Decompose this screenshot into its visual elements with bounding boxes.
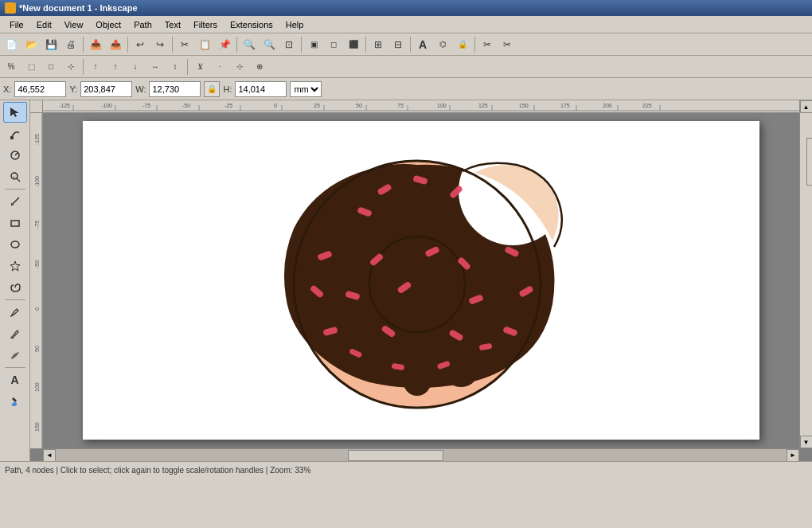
menu-filters[interactable]: Filters: [187, 18, 224, 31]
pencil-tool-btn[interactable]: [3, 302, 27, 323]
toolbar-sep-2: [127, 37, 128, 53]
drawing-canvas[interactable]: [83, 121, 759, 440]
menu-view[interactable]: View: [58, 18, 90, 31]
toolbar-sep-3: [172, 37, 173, 53]
align-left[interactable]: ↑: [86, 57, 105, 76]
bottom-scrollbar: ◄ ►: [43, 448, 799, 461]
snap-grid[interactable]: ⊹: [61, 57, 80, 76]
node-tool-btn[interactable]: [3, 123, 27, 144]
h-input[interactable]: [235, 81, 287, 97]
menu-help[interactable]: Help: [279, 18, 310, 31]
horizontal-scrollbar-thumb[interactable]: [348, 450, 443, 461]
dist-h[interactable]: ↔: [146, 57, 165, 76]
ellipse-tool-btn[interactable]: [3, 234, 27, 255]
toolbar-sep-7: [410, 37, 411, 53]
lock-tb[interactable]: 🔒: [453, 35, 472, 54]
toolbar-sep-1: [83, 37, 84, 53]
svg-text:100: 100: [437, 103, 447, 108]
snap-bbox[interactable]: □: [41, 57, 61, 76]
menu-extensions[interactable]: Extensions: [224, 18, 279, 31]
measure-tool-btn[interactable]: [3, 191, 27, 212]
svg-text:-100: -100: [34, 176, 40, 187]
snap-c[interactable]: ⊹: [230, 57, 249, 76]
y-label: Y:: [69, 84, 77, 94]
x-input[interactable]: [14, 81, 66, 97]
menu-object[interactable]: Object: [89, 18, 127, 31]
scroll-left-button[interactable]: ◄: [43, 449, 56, 462]
menu-file[interactable]: File: [3, 18, 30, 31]
right-scrollbar: ▲ ▼: [799, 100, 812, 448]
scroll-down-button[interactable]: ▼: [800, 436, 813, 448]
vertical-scrollbar-thumb[interactable]: [806, 138, 813, 186]
left-toolbar: + A: [0, 100, 30, 461]
snap-toggle[interactable]: %: [2, 57, 21, 76]
zoom-fit-button[interactable]: ⊡: [279, 35, 299, 54]
zoom-in-button[interactable]: 🔍: [240, 35, 259, 54]
paste-button[interactable]: 📌: [215, 35, 234, 54]
select-tool-btn[interactable]: [3, 102, 27, 123]
paint-bucket-btn[interactable]: [3, 391, 27, 412]
status-text: Path, 4 nodes | Click to select; click a…: [5, 466, 310, 475]
svg-text:125: 125: [478, 103, 488, 108]
open-button[interactable]: 📂: [21, 35, 41, 54]
menu-edit[interactable]: Edit: [30, 18, 58, 31]
svg-text:150: 150: [519, 103, 529, 108]
left-sep-1: [5, 189, 25, 190]
print-button[interactable]: 🖨: [61, 35, 80, 54]
svg-rect-8: [11, 221, 19, 226]
export-button[interactable]: 📤: [106, 35, 125, 54]
undo-button[interactable]: ↩: [131, 35, 150, 54]
snap-d[interactable]: ⊕: [250, 57, 269, 76]
svg-text:+: +: [13, 174, 16, 179]
svg-text:25: 25: [314, 103, 320, 108]
calligraphy-tool-btn[interactable]: [3, 345, 27, 366]
lock-aspect-button[interactable]: 🔒: [204, 81, 220, 97]
text-tool-tb[interactable]: A: [413, 35, 432, 54]
spiral-tool-btn[interactable]: [3, 277, 27, 298]
fill-button[interactable]: ▣: [304, 35, 323, 54]
unit-select[interactable]: mm px in pt: [290, 81, 322, 97]
cut-button[interactable]: ✂: [175, 35, 194, 54]
align-center[interactable]: ↑: [106, 57, 125, 76]
snap-a[interactable]: ⊻: [190, 57, 209, 76]
snap-nodes[interactable]: ⬚: [21, 57, 41, 76]
redo-button[interactable]: ↪: [150, 35, 170, 54]
svg-text:-75: -75: [142, 103, 150, 108]
snap-b[interactable]: ⋅: [210, 57, 229, 76]
scissors2-tb[interactable]: ✂: [498, 35, 517, 54]
window-title: *New document 1 - Inkscape: [19, 3, 138, 13]
align-right[interactable]: ↓: [126, 57, 145, 76]
nodes-tb[interactable]: ⌬: [433, 35, 452, 54]
new-button[interactable]: 📄: [2, 35, 21, 54]
filters-button[interactable]: ⬛: [344, 35, 363, 54]
scroll-up-button[interactable]: ▲: [800, 100, 813, 113]
y-input[interactable]: [80, 81, 132, 97]
scissors-tb[interactable]: ✂: [478, 35, 497, 54]
svg-text:100: 100: [34, 382, 40, 392]
svg-text:50: 50: [34, 346, 40, 352]
text-tool-btn[interactable]: A: [3, 370, 27, 390]
status-bar: Path, 4 nodes | Click to select; click a…: [0, 461, 812, 479]
tweak-tool-btn[interactable]: [3, 145, 27, 166]
copy-button[interactable]: 📋: [195, 35, 214, 54]
w-input[interactable]: [149, 81, 201, 97]
menu-path[interactable]: Path: [127, 18, 158, 31]
stroke-button[interactable]: ◻: [324, 35, 343, 54]
align-button[interactable]: ⊞: [369, 35, 388, 54]
star-tool-btn[interactable]: [3, 256, 27, 276]
zoom-out-button[interactable]: 🔍: [260, 35, 279, 54]
svg-text:-50: -50: [182, 103, 190, 108]
dist-v[interactable]: ↕: [166, 57, 185, 76]
svg-marker-0: [10, 108, 19, 117]
rect-tool-btn[interactable]: [3, 213, 27, 233]
zoom-tool-btn[interactable]: +: [3, 166, 27, 187]
pen-tool-btn[interactable]: [3, 323, 27, 344]
save-button[interactable]: 💾: [41, 35, 61, 54]
left-sep-2: [5, 299, 25, 300]
svg-text:-100: -100: [101, 103, 112, 108]
donut-illustration: [266, 137, 568, 424]
scroll-right-button[interactable]: ►: [787, 449, 799, 462]
import-button[interactable]: 📥: [86, 35, 105, 54]
menu-text[interactable]: Text: [158, 18, 187, 31]
distribute-button[interactable]: ⊟: [388, 35, 408, 54]
